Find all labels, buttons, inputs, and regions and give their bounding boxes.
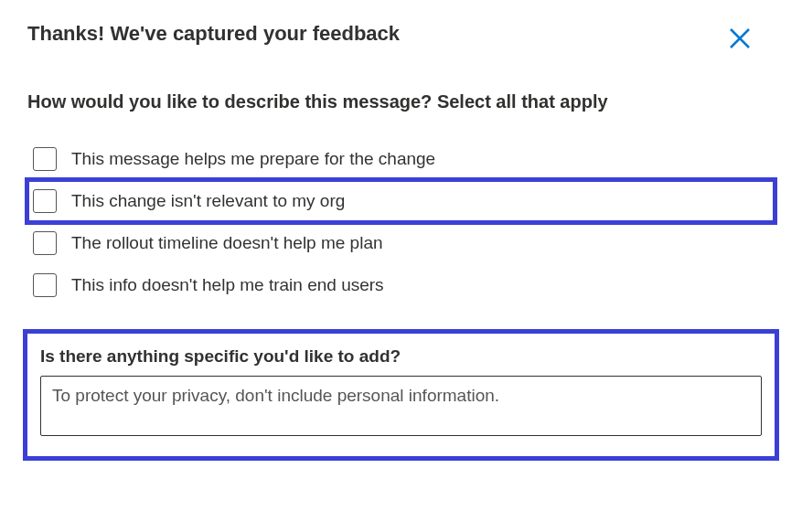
options-group: This message helps me prepare for the ch… xyxy=(27,138,775,306)
checkbox-prepare-change[interactable] xyxy=(33,147,57,171)
option-row-train-users[interactable]: This info doesn't help me train end user… xyxy=(27,264,775,306)
survey-question: How would you like to describe this mess… xyxy=(27,91,775,112)
checkbox-not-relevant[interactable] xyxy=(33,189,57,213)
checkbox-train-users[interactable] xyxy=(33,273,57,297)
freeform-input[interactable] xyxy=(40,376,762,436)
close-icon xyxy=(727,26,753,51)
option-label: The rollout timeline doesn't help me pla… xyxy=(71,233,383,253)
page-title: Thanks! We've captured your feedback xyxy=(27,22,400,46)
checkbox-rollout-timeline[interactable] xyxy=(33,231,57,255)
option-row-not-relevant[interactable]: This change isn't relevant to my org xyxy=(27,180,775,222)
freeform-section: Is there anything specific you'd like to… xyxy=(27,334,775,456)
header-row: Thanks! We've captured your feedback xyxy=(27,22,775,55)
close-button[interactable] xyxy=(723,22,756,55)
option-row-rollout-timeline[interactable]: The rollout timeline doesn't help me pla… xyxy=(27,222,775,264)
option-label: This message helps me prepare for the ch… xyxy=(71,149,435,169)
option-row-prepare-change[interactable]: This message helps me prepare for the ch… xyxy=(27,138,775,180)
option-label: This info doesn't help me train end user… xyxy=(71,275,384,295)
option-label: This change isn't relevant to my org xyxy=(71,191,345,211)
freeform-question: Is there anything specific you'd like to… xyxy=(40,346,762,367)
